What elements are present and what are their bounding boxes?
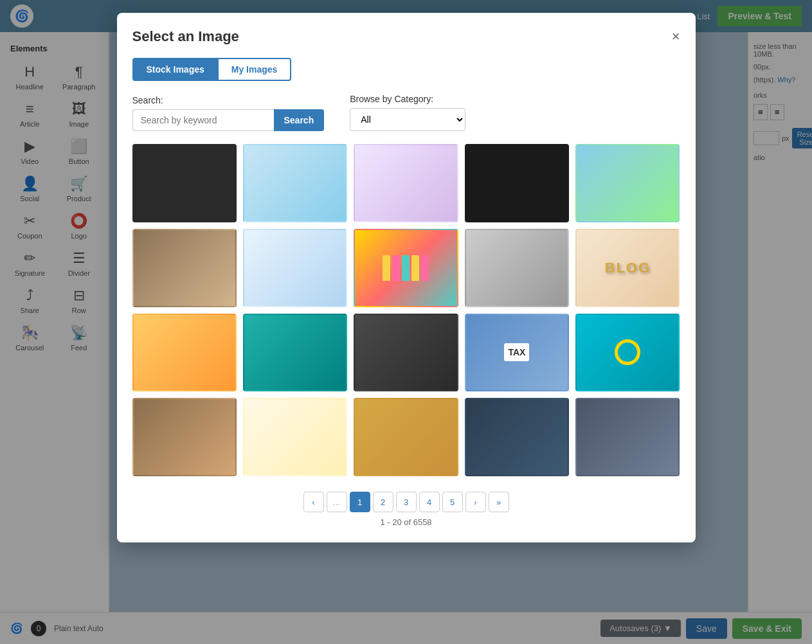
tab-my-images[interactable]: My Images — [219, 58, 292, 81]
image-cell-1[interactable] — [132, 144, 237, 222]
image-placeholder-18 — [355, 399, 456, 475]
image-cell-10[interactable]: BLOG — [575, 229, 680, 307]
pagination-page-5[interactable]: 5 — [442, 492, 463, 512]
image-placeholder-6 — [134, 230, 235, 306]
image-cell-4[interactable] — [465, 144, 569, 222]
search-label: Search: — [132, 95, 325, 105]
search-input[interactable] — [132, 109, 274, 131]
image-tabs: Stock ImagesMy Images — [132, 58, 680, 81]
pagination-info: 1 - 20 of 6558 — [380, 517, 431, 527]
modal-header: Select an Image × — [132, 28, 680, 45]
pagination-page-4[interactable]: 4 — [419, 492, 440, 512]
image-cell-6[interactable] — [132, 229, 237, 307]
image-placeholder-13 — [355, 315, 456, 391]
search-button[interactable]: Search — [274, 109, 325, 131]
modal-close-button[interactable]: × — [672, 30, 680, 44]
image-placeholder-15 — [577, 315, 678, 391]
image-cell-5[interactable] — [575, 144, 680, 222]
image-placeholder-16 — [134, 399, 235, 475]
image-placeholder-4 — [466, 145, 568, 221]
modal-overlay: Select an Image × Stock ImagesMy Images … — [0, 0, 812, 644]
image-placeholder-2 — [244, 145, 346, 221]
image-placeholder-7 — [244, 230, 346, 306]
pagination: ‹...12345›» 1 - 20 of 6558 — [132, 492, 680, 527]
image-placeholder-20 — [577, 399, 678, 475]
category-group: Browse by Category: AllBusinessNaturePeo… — [350, 94, 465, 131]
search-row: Search: Search Browse by Category: AllBu… — [132, 94, 680, 131]
pagination-ellipsis: ... — [327, 492, 347, 512]
image-cell-18[interactable] — [354, 398, 458, 476]
image-placeholder-8 — [355, 230, 456, 306]
search-group: Search: Search — [132, 95, 325, 131]
image-cell-12[interactable] — [243, 314, 347, 392]
pagination-prev[interactable]: ‹ — [303, 492, 324, 512]
image-placeholder-14: TAX — [466, 315, 568, 391]
image-placeholder-5 — [577, 145, 678, 221]
pagination-last[interactable]: » — [489, 492, 509, 512]
image-grid: BLOGTAX — [132, 144, 680, 476]
image-placeholder-1 — [134, 145, 235, 221]
image-cell-2[interactable] — [243, 144, 347, 222]
pagination-page-2[interactable]: 2 — [373, 492, 393, 512]
pagination-page-3[interactable]: 3 — [396, 492, 417, 512]
image-cell-9[interactable] — [465, 229, 569, 307]
image-placeholder-3 — [355, 145, 456, 221]
pagination-buttons: ‹...12345›» — [303, 492, 509, 512]
image-placeholder-11 — [134, 315, 235, 391]
image-cell-20[interactable] — [575, 398, 680, 476]
image-placeholder-12 — [244, 315, 346, 391]
modal-title: Select an Image — [132, 28, 239, 45]
image-cell-11[interactable] — [132, 314, 237, 392]
pagination-next[interactable]: › — [465, 492, 486, 512]
image-placeholder-9 — [466, 230, 568, 306]
image-cell-19[interactable] — [465, 398, 569, 476]
image-cell-8[interactable] — [354, 229, 458, 307]
image-placeholder-17 — [244, 399, 346, 475]
image-cell-7[interactable] — [243, 229, 347, 307]
image-placeholder-19 — [466, 399, 568, 475]
select-image-modal: Select an Image × Stock ImagesMy Images … — [117, 13, 696, 542]
image-cell-17[interactable] — [243, 398, 347, 476]
category-select[interactable]: AllBusinessNaturePeopleTechnologyFood — [350, 108, 465, 131]
category-label: Browse by Category: — [350, 94, 465, 104]
search-input-wrap: Search — [132, 109, 325, 131]
tab-stock-images[interactable]: Stock Images — [132, 58, 219, 81]
image-cell-15[interactable] — [575, 314, 680, 392]
image-cell-3[interactable] — [354, 144, 458, 222]
image-cell-16[interactable] — [132, 398, 237, 476]
image-placeholder-10: BLOG — [577, 230, 678, 306]
image-cell-14[interactable]: TAX — [465, 314, 569, 392]
pagination-page-1[interactable]: 1 — [350, 492, 370, 512]
image-cell-13[interactable] — [354, 314, 458, 392]
